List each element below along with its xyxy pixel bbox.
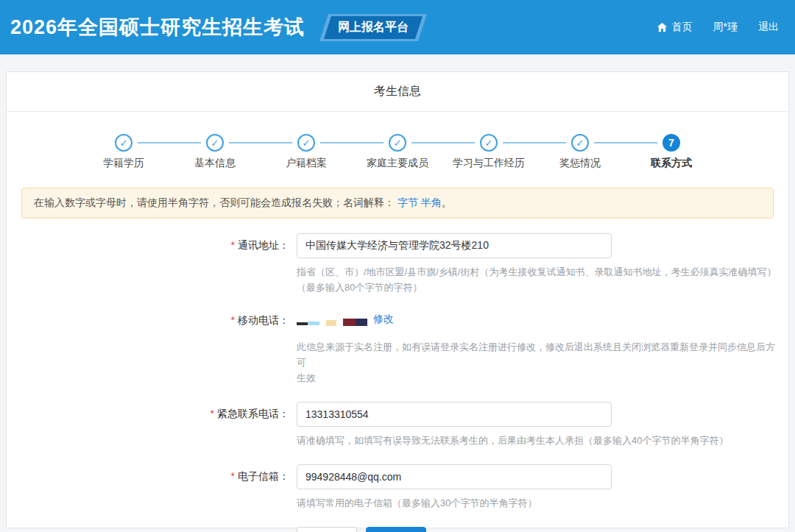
step-contact-info[interactable]: 7 联系方式 <box>626 134 717 170</box>
check-icon: ✓ <box>115 134 132 152</box>
check-icon: ✓ <box>571 134 589 152</box>
mobile-help-line2: 生效 <box>297 370 782 386</box>
redacted-phone-number <box>297 319 367 326</box>
step-label: 学习与工作经历 <box>453 157 525 170</box>
step-label: 奖惩情况 <box>559 157 601 170</box>
wizard-stepper: ✓ 学籍学历 ✓ 基本信息 ✓ 户籍档案 ✓ 家庭主要成员 ✓ 学习与工作经历 … <box>78 134 717 170</box>
platform-badge-label: 网上报名平台 <box>338 20 409 35</box>
next-step-button[interactable]: 下一步 <box>366 527 426 532</box>
nav-home[interactable]: 首页 <box>657 21 693 34</box>
mobile-row: *移动电话： 修改 此信息来源于实名注册，如有误请登录实名注册进行修改，修改后退… <box>7 311 788 386</box>
step-label: 基本信息 <box>194 157 236 170</box>
required-marker: * <box>231 314 235 326</box>
nav-home-label: 首页 <box>672 21 693 34</box>
address-label: *通讯地址： <box>7 233 289 295</box>
step-school-record[interactable]: ✓ 学籍学历 <box>78 134 169 170</box>
candidate-info-card: 考生信息 ✓ 学籍学历 ✓ 基本信息 ✓ 户籍档案 ✓ 家庭主要成员 ✓ 学习与… <box>6 71 789 528</box>
emergency-label: *紧急联系电话： <box>7 402 289 448</box>
page-title: 考生信息 <box>374 84 421 99</box>
step-label: 联系方式 <box>651 157 692 170</box>
emergency-phone-input[interactable] <box>297 402 612 427</box>
emergency-help: 请准确填写，如填写有误导致无法联系考生的，后果由考生本人承担（最多输入40个字节… <box>297 433 782 448</box>
platform-badge: 网上报名平台 <box>319 14 427 41</box>
step-label: 家庭主要成员 <box>367 157 428 170</box>
nav-logout-label: 退出 <box>758 21 779 34</box>
nav-username-label: 周*瑾 <box>713 21 738 34</box>
notice-suffix: 。 <box>442 196 452 208</box>
header-nav: 首页 周*瑾 退出 <box>657 21 779 34</box>
step-basic-info[interactable]: ✓ 基本信息 <box>169 134 261 170</box>
required-marker: * <box>211 408 214 419</box>
nav-username[interactable]: 周*瑾 <box>713 21 738 34</box>
app-header: 2026年全国硕士研究生招生考试 网上报名平台 首页 周*瑾 退出 <box>0 0 795 54</box>
emergency-row: *紧急联系电话： 请准确填写，如填写有误导致无法联系考生的，后果由考生本人承担（… <box>7 402 788 448</box>
halfwidth-notice-bar: 在输入数字或字母时，请使用半角字符，否则可能会造成报名失败；名词解释： 字节 半… <box>21 188 774 219</box>
app-title: 2026年全国硕士研究生招生考试 <box>10 14 305 40</box>
previous-step-button[interactable]: 上一步 <box>297 527 357 532</box>
address-help-line2: （最多输入80个字节的字符） <box>297 280 782 295</box>
step-label: 户籍档案 <box>286 157 327 170</box>
step-number: 7 <box>662 134 680 152</box>
mobile-label: *移动电话： <box>7 311 289 386</box>
email-label: *电子信箱： <box>7 464 289 511</box>
check-icon: ✓ <box>389 134 406 152</box>
address-input[interactable] <box>297 233 612 258</box>
mobile-help-line1: 此信息来源于实名注册，如有误请登录实名注册进行修改，修改后退出系统且关闭浏览器重… <box>297 339 782 370</box>
contact-form: *通讯地址： 指省（区、市）/地市区盟/县市旗/乡镇/街村（为考生接收复试通知书… <box>7 233 788 532</box>
home-icon <box>657 22 668 33</box>
address-help-line1: 指省（区、市）/地市区盟/县市旗/乡镇/街村（为考生接收复试通知书、录取通知书地… <box>297 264 782 280</box>
address-row: *通讯地址： 指省（区、市）/地市区盟/县市旗/乡镇/街村（为考生接收复试通知书… <box>7 233 788 295</box>
form-actions: 上一步 下一步 <box>7 527 788 532</box>
step-family-members[interactable]: ✓ 家庭主要成员 <box>352 134 443 170</box>
step-label: 学籍学历 <box>103 157 144 170</box>
step-rewards-punishments[interactable]: ✓ 奖惩情况 <box>534 134 626 170</box>
check-icon: ✓ <box>480 134 498 152</box>
glossary-link-halfwidth[interactable]: 半角 <box>421 196 442 208</box>
email-row: *电子信箱： 请填写常用的电子信箱（最多输入30个字节的半角字符） <box>7 464 788 511</box>
glossary-link-byte[interactable]: 字节 <box>398 196 418 208</box>
required-marker: * <box>231 470 235 482</box>
email-input[interactable] <box>297 464 612 489</box>
step-study-work[interactable]: ✓ 学习与工作经历 <box>443 134 534 170</box>
nav-logout[interactable]: 退出 <box>758 21 779 34</box>
notice-text: 在输入数字或字母时，请使用半角字符，否则可能会造成报名失败；名词解释： <box>34 196 395 208</box>
step-household-archive[interactable]: ✓ 户籍档案 <box>261 134 352 170</box>
check-icon: ✓ <box>297 134 315 152</box>
check-icon: ✓ <box>206 134 224 152</box>
edit-phone-link[interactable]: 修改 <box>373 313 394 326</box>
email-help: 请填写常用的电子信箱（最多输入30个字节的半角字符） <box>297 495 782 511</box>
card-title-row: 考生信息 <box>7 72 788 112</box>
required-marker: * <box>231 239 235 251</box>
